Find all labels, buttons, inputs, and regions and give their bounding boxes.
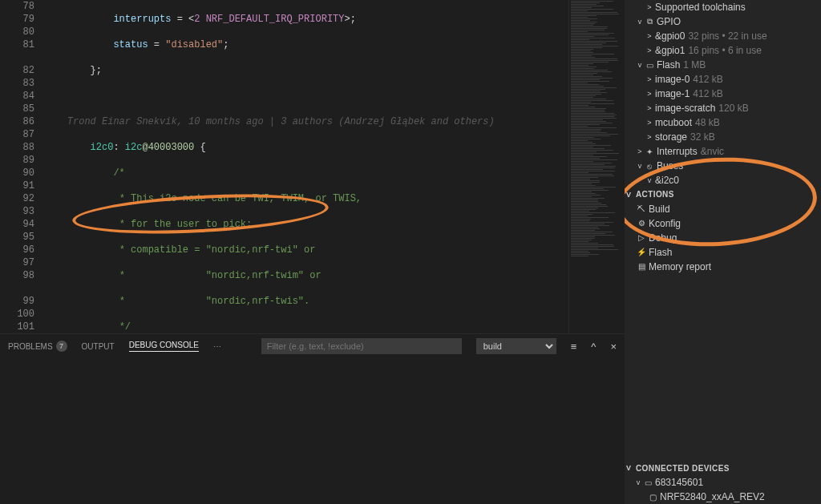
problems-badge: 7 [56, 341, 67, 352]
tab-debug-console[interactable]: DEBUG CONSOLE [129, 341, 199, 352]
tree-item[interactable]: >&gpio032 pins • 22 in use [625, 29, 821, 43]
tree-icon: ⧉ [644, 17, 655, 26]
tree-item[interactable]: >image-0412 kB [625, 72, 821, 87]
connected-device[interactable]: v ▭ 683145601 [625, 475, 821, 490]
tree-item[interactable]: v⧉GPIO [625, 14, 821, 29]
main-area: 78 79 80 81 82 83 84 85 86 87 88 89 90 9… [0, 0, 821, 504]
minimap[interactable]: for(let i=0;i<160;i++)document.write('<d… [568, 0, 625, 333]
tree-item[interactable]: v▭Flash1 MB [625, 58, 821, 72]
action-icon: ▤ [636, 262, 647, 271]
action-kconfig[interactable]: ⚙Kconfig [625, 216, 821, 231]
code-body[interactable]: interrupts = <2 NRF_DEFAULT_IRQ_PRIORITY… [44, 0, 568, 333]
tab-problems[interactable]: PROBLEMS 7 [8, 341, 67, 352]
tree-item[interactable]: >&gpio116 pins • 6 in use [625, 43, 821, 58]
connected-devices-header[interactable]: vCONNECTED DEVICES [625, 461, 821, 475]
code-editor[interactable]: 78 79 80 81 82 83 84 85 86 87 88 89 90 9… [0, 0, 625, 333]
panel-filter-input[interactable] [261, 338, 462, 354]
tree-item[interactable]: >image-1412 kB [625, 87, 821, 101]
action-icon: ⛏ [636, 204, 647, 213]
panel-tabs: PROBLEMS 7 OUTPUT DEBUG CONSOLE ⋯ build … [0, 334, 625, 358]
connected-chip[interactable]: ▢ NRF52840_xxAA_REV2 [625, 490, 821, 504]
bottom-panel: PROBLEMS 7 OUTPUT DEBUG CONSOLE ⋯ build … [0, 333, 625, 504]
tree-icon: ⎋ [644, 162, 655, 171]
tree-item[interactable]: >mcuboot48 kB [625, 115, 821, 130]
editor-area: 78 79 80 81 82 83 84 85 86 87 88 89 90 9… [0, 0, 625, 504]
action-memory-report[interactable]: ▤Memory report [625, 260, 821, 274]
device-tree: >Supported toolchainsv⧉GPIO>&gpio032 pin… [625, 0, 821, 187]
tree-item[interactable]: >✦Interrupts&nvic [625, 144, 821, 159]
right-sidebar: >Supported toolchainsv⧉GPIO>&gpio032 pin… [625, 0, 821, 504]
tab-output[interactable]: OUTPUT [82, 342, 115, 351]
tree-item[interactable]: v⎋Buses [625, 159, 821, 173]
device-icon: ▭ [642, 478, 653, 487]
tree-item[interactable]: >image-scratch120 kB [625, 101, 821, 115]
action-flash[interactable]: ⚡Flash [625, 245, 821, 260]
tree-item[interactable]: >Supported toolchains [625, 0, 821, 14]
actions-section-header[interactable]: vACTIONS [625, 187, 821, 202]
action-icon: ▷ [636, 233, 647, 242]
action-icon: ⚡ [636, 248, 647, 256]
chip-icon: ▢ [647, 493, 658, 502]
panel-scope-select[interactable]: build [476, 338, 556, 354]
action-build[interactable]: ⛏Build [625, 202, 821, 216]
action-debug[interactable]: ▷Debug [625, 231, 821, 245]
tree-item[interactable]: v&i2c0 [625, 173, 821, 187]
action-icon: ⚙ [636, 219, 647, 228]
git-blame-annotation: Trond Einar Snekvik, 10 months ago | 3 a… [44, 116, 495, 127]
tree-item[interactable]: >storage32 kB [625, 130, 821, 144]
panel-maximize-icon[interactable]: ^ [591, 341, 596, 353]
tree-icon: ✦ [644, 147, 655, 156]
tree-icon: ▭ [644, 61, 655, 70]
tab-more[interactable]: ⋯ [213, 342, 221, 351]
line-gutter: 78 79 80 81 82 83 84 85 86 87 88 89 90 9… [0, 0, 44, 333]
panel-close-icon[interactable]: × [610, 341, 617, 353]
panel-settings-icon[interactable]: ≡ [571, 341, 577, 353]
